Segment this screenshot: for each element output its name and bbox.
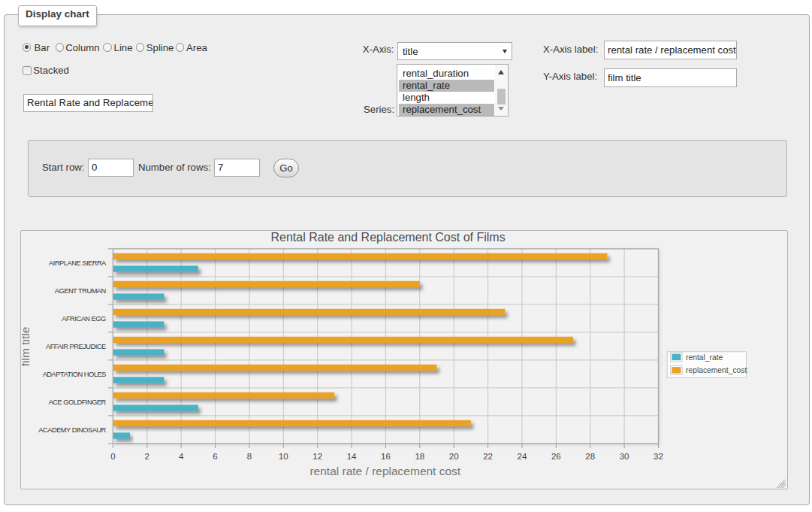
svg-text:10: 10: [279, 452, 288, 461]
svg-text:ACADEMY DINOSAUR: ACADEMY DINOSAUR: [38, 426, 106, 434]
svg-text:6: 6: [213, 452, 217, 461]
svg-text:0: 0: [110, 452, 115, 461]
svg-text:4: 4: [179, 452, 184, 461]
svg-text:AIRPLANE SIERRA: AIRPLANE SIERRA: [49, 259, 107, 267]
svg-text:8: 8: [247, 452, 252, 461]
svg-text:20: 20: [449, 452, 459, 461]
svg-text:AGENT TRUMAN: AGENT TRUMAN: [55, 287, 106, 295]
svg-text:2: 2: [145, 452, 149, 461]
svg-text:AFRICAN EGG: AFRICAN EGG: [62, 315, 106, 323]
svg-text:ADAPTATION HOLES: ADAPTATION HOLES: [43, 371, 106, 378]
svg-text:18: 18: [415, 452, 424, 461]
svg-text:12: 12: [312, 452, 322, 461]
svg-text:AFFAIR PREJUDICE: AFFAIR PREJUDICE: [46, 343, 106, 350]
svg-text:14: 14: [347, 452, 357, 461]
svg-text:24: 24: [518, 452, 527, 461]
svg-text:22: 22: [483, 452, 493, 461]
svg-text:28: 28: [585, 452, 595, 461]
svg-text:rental rate / replacement cost: rental rate / replacement cost: [309, 465, 460, 477]
svg-text:ACE GOLDFINGER: ACE GOLDFINGER: [49, 398, 107, 406]
svg-text:replacement_cost: replacement_cost: [686, 366, 747, 374]
svg-text:film title: film title: [22, 327, 32, 367]
svg-text:Rental Rate and Replacement Co: Rental Rate and Replacement Cost of Film…: [271, 232, 506, 244]
svg-text:30: 30: [620, 452, 629, 461]
svg-text:16: 16: [381, 452, 391, 461]
svg-text:rental_rate: rental_rate: [686, 353, 723, 362]
svg-text:26: 26: [551, 452, 561, 461]
svg-text:32: 32: [654, 452, 663, 461]
